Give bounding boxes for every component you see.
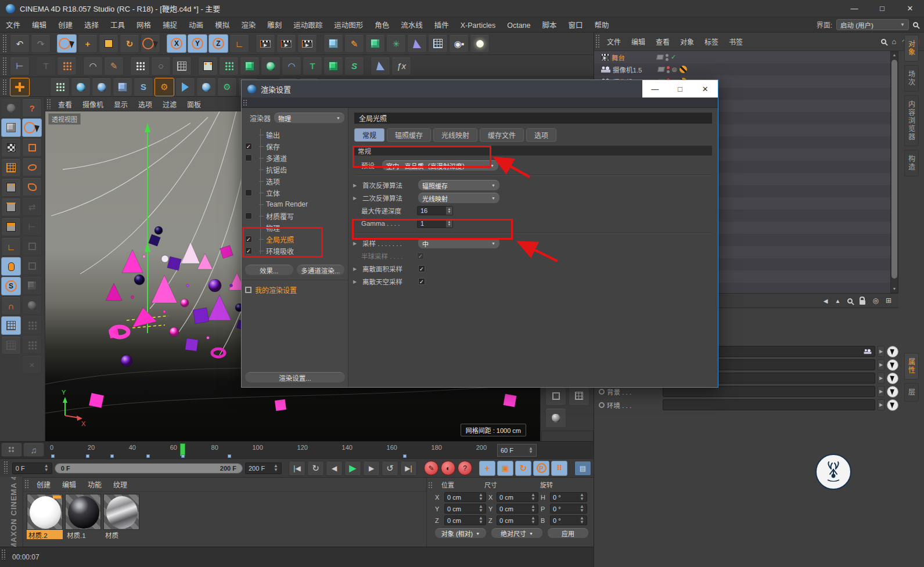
settings-nav-item[interactable]: 保存	[242, 140, 348, 152]
autokey-button[interactable]: ◐	[441, 461, 455, 475]
live-selection-icon[interactable]	[57, 34, 77, 53]
window-maximize-button[interactable]: □	[868, 0, 896, 17]
home-icon[interactable]: ⌂	[892, 37, 897, 46]
max-depth-field[interactable]: 16▲▼	[417, 206, 453, 215]
dialog-maximize-button[interactable]: □	[667, 80, 692, 97]
menu-item[interactable]: 文件	[0, 19, 26, 32]
menu-item[interactable]: Octane	[501, 19, 536, 32]
scale-tool-icon[interactable]	[99, 34, 118, 53]
rect-select-icon[interactable]	[22, 138, 42, 157]
pick-object-button[interactable]	[887, 399, 898, 411]
edges-mode-icon[interactable]	[1, 198, 21, 216]
uv-mode-icon[interactable]	[1, 158, 21, 177]
menu-item[interactable]: 插件	[429, 19, 455, 32]
viewport-menu-item[interactable]: 查看	[53, 99, 77, 111]
sep-1[interactable]	[52, 34, 56, 53]
panel-tab[interactable]: 构造	[904, 150, 919, 176]
rotation-field[interactable]: 0 °▲▼	[550, 492, 587, 502]
material-swatch[interactable]: 材质.2	[27, 494, 63, 539]
timeline-ruler[interactable]: 020406080100120140160180200	[45, 442, 491, 458]
coord-mode-select[interactable]: 对象 (相对)▼	[435, 528, 486, 538]
magnet-icon[interactable]: ∩	[1, 297, 21, 315]
target-icon[interactable]: ◎	[872, 297, 878, 305]
link-field[interactable]	[663, 399, 875, 410]
record-pla-toggle[interactable]: ⠿	[551, 461, 567, 476]
render-region-icon[interactable]	[276, 34, 296, 53]
gi-tab[interactable]: 常规	[354, 128, 384, 142]
poly-select-icon[interactable]	[22, 178, 42, 196]
spline-pen-icon[interactable]: ✎	[344, 34, 364, 53]
polygons-mode-icon[interactable]	[1, 218, 21, 236]
add-panel-icon[interactable]: ⊞	[886, 297, 891, 305]
timeline-layout-button[interactable]: ▤	[574, 461, 591, 476]
sep-2[interactable]	[161, 34, 166, 53]
coords-grip[interactable]	[428, 482, 433, 489]
record-scale-toggle[interactable]: ▣	[497, 461, 513, 476]
play-reverse-button[interactable]: ↻	[307, 461, 324, 476]
hook-icon[interactable]	[323, 57, 343, 75]
my-render-setting[interactable]: 我的渲染设置	[255, 285, 297, 295]
spline-circle-icon[interactable]: ◌	[151, 57, 171, 75]
visibility-dots[interactable]	[667, 66, 670, 73]
menu-item[interactable]: 渲染	[235, 19, 261, 32]
primary-algo-select[interactable]: 辐照缓存▼	[418, 180, 499, 190]
hemisphere-checkbox[interactable]	[417, 252, 424, 259]
expander-icon[interactable]: ▶	[353, 279, 360, 284]
material-swatch[interactable]: 材质.1	[65, 494, 101, 539]
gi-tab[interactable]: 缓存文件	[480, 128, 524, 142]
spline-brush-icon[interactable]: ✎	[104, 57, 124, 75]
pick-object-button[interactable]	[887, 373, 898, 384]
current-frame-field[interactable]: 60 F▲▼	[497, 444, 537, 457]
xp-gear-green-icon[interactable]: ⚙	[217, 78, 237, 96]
position-field[interactable]: 0 cm▲▼	[444, 492, 486, 502]
help-icon[interactable]: ?	[22, 99, 42, 117]
radio-icon[interactable]	[599, 402, 605, 408]
object-row[interactable]: 摄像机1.5 ✓ ◎	[594, 63, 890, 75]
expander-icon[interactable]: ▶	[353, 183, 360, 188]
x-axis-lock-icon[interactable]: X	[167, 34, 186, 53]
xp-copies-icon[interactable]	[113, 78, 132, 96]
expander-icon[interactable]: ▶	[353, 196, 360, 201]
workplane-mode-icon[interactable]	[1, 336, 21, 355]
discrete-sky-checkbox[interactable]	[418, 278, 425, 285]
nav-checkbox[interactable]	[245, 189, 252, 196]
panel-tab[interactable]: 层	[904, 383, 919, 402]
preset-select[interactable]: 室内 - 高品质（高漫射深度）▼	[382, 160, 498, 171]
panel-tab[interactable]: 属性	[904, 353, 919, 380]
lock-workplane-icon[interactable]	[1, 316, 21, 335]
y-axis-lock-icon[interactable]: Y	[188, 34, 207, 53]
text-dim-icon[interactable]: T	[36, 57, 56, 75]
viewport-menu-item[interactable]: 选项	[133, 99, 157, 111]
paint-points-icon[interactable]	[57, 57, 77, 75]
loop-button[interactable]: ↺	[382, 461, 398, 476]
xp-gear-icon[interactable]: ⚙	[154, 78, 174, 96]
settings-nav-item[interactable]: 输出	[242, 129, 348, 140]
menu-item[interactable]: 运动图形	[328, 19, 369, 32]
record-keyframe-button[interactable]: ✎	[424, 461, 438, 475]
menu-item[interactable]: 选择	[78, 19, 105, 32]
points-mode-icon[interactable]	[1, 178, 21, 197]
poly-wire-icon[interactable]	[261, 57, 281, 75]
position-field[interactable]: 0 cm▲▼	[444, 504, 486, 514]
object-manager-grip[interactable]	[595, 34, 601, 49]
end-frame-field[interactable]: 200 F▲▼	[245, 463, 282, 474]
materials-grip[interactable]	[24, 479, 30, 489]
camera-icon[interactable]: ◉▪	[449, 34, 469, 53]
expander-icon[interactable]: ▶	[353, 241, 360, 246]
link-expand-button[interactable]: ▶	[878, 399, 885, 410]
window-minimize-button[interactable]: —	[840, 0, 868, 17]
menu-item[interactable]: 雕刻	[261, 19, 287, 32]
step-a-icon[interactable]	[22, 237, 42, 255]
object-row[interactable]: 舞台 ✓ ◎	[594, 51, 890, 63]
size-mode-select[interactable]: 绝对尺寸▼	[491, 528, 542, 538]
menu-item[interactable]: 窗口	[563, 19, 589, 32]
swirl-icon[interactable]: S	[344, 57, 364, 75]
material-menu-item[interactable]: 创建	[31, 479, 56, 491]
nav-checkbox[interactable]	[245, 143, 252, 150]
target-tag-icon[interactable]: ◎	[672, 66, 677, 73]
poly-arc-icon[interactable]: ◠	[282, 57, 301, 75]
sphere-dim-icon[interactable]	[22, 296, 42, 315]
panel-tab[interactable]: 场次	[904, 65, 919, 92]
xp-emitter-icon[interactable]	[10, 78, 30, 96]
xp-cache-icon[interactable]	[196, 78, 216, 96]
